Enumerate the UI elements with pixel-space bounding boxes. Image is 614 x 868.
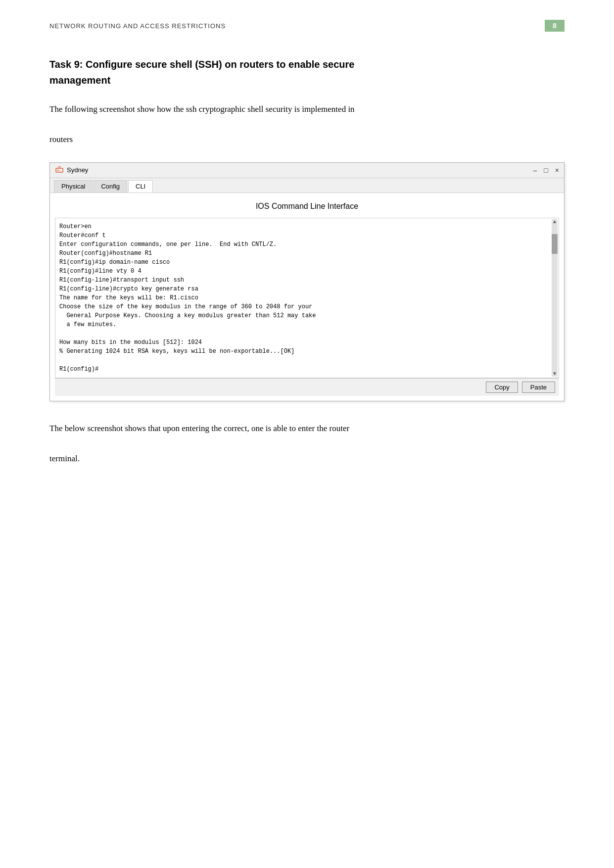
tab-cli[interactable]: CLI: [128, 180, 153, 193]
copy-button[interactable]: Copy: [486, 382, 518, 393]
close-button[interactable]: ×: [555, 166, 559, 174]
page-number: 8: [545, 20, 565, 32]
tab-config[interactable]: Config: [94, 180, 127, 193]
section-heading: Task 9: Configure secure shell (SSH) on …: [49, 56, 565, 88]
header-title: NETWORK ROUTING AND ACCESS RESTRICTIONS: [49, 22, 226, 30]
header: NETWORK ROUTING AND ACCESS RESTRICTIONS …: [49, 20, 565, 32]
cli-terminal[interactable]: Router>en Router#conf t Enter configurat…: [55, 218, 559, 378]
scrollbar[interactable]: ▲ ▼: [552, 219, 558, 377]
router-icon: [55, 166, 64, 175]
tab-physical[interactable]: Physical: [54, 180, 93, 193]
cli-title: IOS Command Line Interface: [55, 198, 559, 215]
cli-button-area: Copy Paste: [55, 378, 559, 396]
body-paragraph-1: The following screenshot show how the ss…: [49, 102, 565, 147]
restore-button[interactable]: □: [544, 166, 548, 174]
window-title: Sydney: [67, 166, 88, 174]
svg-point-1: [57, 170, 58, 171]
cli-text: Router>en Router#conf t Enter configurat…: [59, 222, 555, 374]
scrollbar-thumb[interactable]: [552, 234, 558, 254]
scroll-up-icon[interactable]: ▲: [553, 219, 556, 225]
window-titlebar: Sydney – □ ×: [50, 163, 564, 178]
window-title-area: Sydney: [55, 166, 88, 175]
svg-point-2: [58, 170, 59, 171]
scroll-down-icon[interactable]: ▼: [553, 371, 556, 377]
minimize-button[interactable]: –: [533, 166, 537, 174]
paste-button[interactable]: Paste: [522, 382, 555, 393]
body-paragraph-2: The below screenshot shows that upon ent…: [49, 421, 565, 467]
page: NETWORK ROUTING AND ACCESS RESTRICTIONS …: [0, 0, 614, 868]
window-screenshot: Sydney – □ × Physical Config CLI IOS Com…: [49, 162, 565, 401]
window-controls: – □ ×: [533, 166, 559, 174]
window-content: IOS Command Line Interface Router>en Rou…: [50, 193, 564, 401]
window-tabs: Physical Config CLI: [50, 178, 564, 193]
